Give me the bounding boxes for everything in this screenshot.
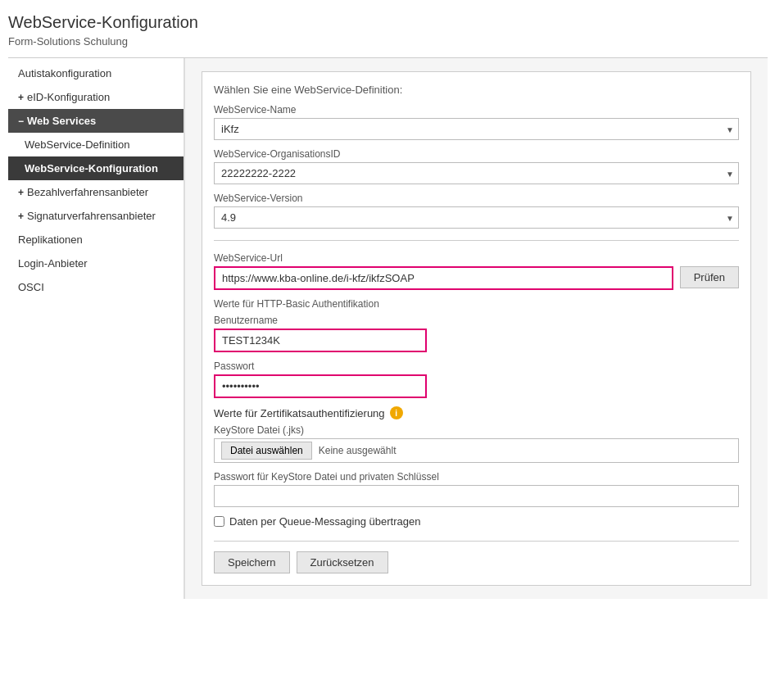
footer-buttons: Speichern Zurücksetzen bbox=[214, 541, 739, 573]
page-subtitle: Form-Solutions Schulung bbox=[8, 35, 768, 48]
content-inner: Wählen Sie eine WebService-Definition: W… bbox=[202, 71, 751, 586]
eid-expand-icon: + bbox=[18, 92, 24, 103]
url-input[interactable] bbox=[214, 266, 673, 290]
page-title: WebService-Konfiguration bbox=[8, 13, 768, 32]
webservice-orgid-select-wrapper: 22222222-2222 ▼ bbox=[214, 162, 739, 184]
webservice-name-field: WebService-Name iKfz ▼ bbox=[214, 104, 739, 140]
cert-label-row: Werte für Zertifikatsauthentifizierung i bbox=[214, 406, 739, 419]
save-button[interactable]: Speichern bbox=[214, 551, 290, 573]
mid-divider bbox=[214, 240, 739, 241]
info-icon[interactable]: i bbox=[390, 406, 403, 419]
sidebar-item-osci[interactable]: OSCI bbox=[8, 275, 184, 299]
page-wrapper: WebService-Konfiguration Form-Solutions … bbox=[0, 0, 784, 698]
sidebar-item-label: eID-Konfiguration bbox=[27, 91, 110, 103]
file-select-button[interactable]: Datei auswählen bbox=[221, 442, 312, 460]
benutzername-input[interactable] bbox=[214, 329, 427, 352]
sidebar-item-label: OSCI bbox=[18, 281, 44, 293]
sidebar-item-ws-definition[interactable]: WebService-Definition bbox=[8, 133, 184, 156]
webservice-name-select-wrapper: iKfz ▼ bbox=[214, 118, 739, 140]
sidebar-item-label: Autistakonfiguration bbox=[18, 67, 111, 79]
sidebar-item-signatur[interactable]: + Signaturverfahrensanbieter bbox=[8, 204, 184, 228]
no-file-label: Keine ausgewählt bbox=[319, 445, 397, 456]
webservice-version-select-wrapper: 4.9 ▼ bbox=[214, 206, 739, 229]
keystore-file-row: Datei auswählen Keine ausgewählt bbox=[214, 438, 739, 463]
keystore-field: KeyStore Datei (.jks) Datei auswählen Ke… bbox=[214, 424, 739, 463]
url-input-wrapper bbox=[214, 266, 673, 290]
keystore-pw-label: Passwort für KeyStore Datei und privaten… bbox=[214, 471, 739, 483]
sidebar-item-label: Replikationen bbox=[18, 233, 83, 246]
http-section: Werte für HTTP-Basic Authentifikation Be… bbox=[214, 298, 739, 398]
sidebar-item-bezahl[interactable]: + Bezahlverfahrensanbieter bbox=[8, 180, 184, 204]
queue-checkbox[interactable] bbox=[214, 516, 224, 527]
keystore-label: KeyStore Datei (.jks) bbox=[214, 424, 739, 436]
sidebar-item-label: WebService-Konfiguration bbox=[25, 162, 158, 174]
cert-section-label: Werte für Zertifikatsauthentifizierung bbox=[214, 407, 385, 419]
bezahl-expand-icon: + bbox=[18, 187, 24, 198]
url-row: Prüfen bbox=[214, 266, 739, 290]
sidebar-item-eid[interactable]: + eID-Konfiguration bbox=[8, 85, 184, 109]
content-area: Wählen Sie eine WebService-Definition: W… bbox=[184, 58, 768, 599]
queue-label[interactable]: Daten per Queue-Messaging übertragen bbox=[229, 515, 420, 528]
sidebar-item-label: Signaturverfahrensanbieter bbox=[27, 210, 156, 222]
webservice-version-select[interactable]: 4.9 bbox=[214, 206, 739, 229]
section-label: Wählen Sie eine WebService-Definition: bbox=[214, 84, 739, 96]
webservice-version-field: WebService-Version 4.9 ▼ bbox=[214, 193, 739, 229]
url-label: WebService-Url bbox=[214, 252, 739, 264]
reset-button[interactable]: Zurücksetzen bbox=[297, 551, 388, 573]
webservices-collapse-icon: − bbox=[18, 116, 24, 127]
http-fields: Benutzername Passwort bbox=[214, 315, 739, 398]
sidebar-item-label: WebService-Definition bbox=[25, 138, 129, 151]
sidebar-item-webservices[interactable]: − Web Services bbox=[8, 109, 184, 133]
webservice-name-select[interactable]: iKfz bbox=[214, 118, 739, 140]
sidebar-item-autista[interactable]: Autistakonfiguration bbox=[8, 61, 184, 85]
pruefen-button[interactable]: Prüfen bbox=[680, 266, 739, 288]
passwort-label: Passwort bbox=[214, 360, 739, 372]
benutzername-label: Benutzername bbox=[214, 315, 739, 326]
webservice-orgid-field: WebService-OrganisationsID 22222222-2222… bbox=[214, 148, 739, 184]
passwort-field: Passwort bbox=[214, 360, 739, 398]
main-layout: Autistakonfiguration + eID-Konfiguration… bbox=[8, 58, 768, 599]
benutzername-field: Benutzername bbox=[214, 315, 739, 352]
keystore-pw-input[interactable] bbox=[214, 485, 739, 507]
webservice-name-label: WebService-Name bbox=[214, 104, 739, 116]
webservice-orgid-select[interactable]: 22222222-2222 bbox=[214, 162, 739, 184]
sidebar-item-label: Login-Anbieter bbox=[18, 257, 88, 270]
sidebar-item-login[interactable]: Login-Anbieter bbox=[8, 252, 184, 275]
sidebar-item-label: Web Services bbox=[27, 115, 96, 127]
sidebar-item-replikationen[interactable]: Replikationen bbox=[8, 228, 184, 252]
sidebar: Autistakonfiguration + eID-Konfiguration… bbox=[8, 58, 184, 599]
signatur-expand-icon: + bbox=[18, 211, 24, 222]
webservice-version-label: WebService-Version bbox=[214, 193, 739, 204]
webservice-orgid-label: WebService-OrganisationsID bbox=[214, 148, 739, 160]
sidebar-item-ws-konfiguration[interactable]: WebService-Konfiguration bbox=[8, 156, 184, 180]
keystore-pw-field: Passwort für KeyStore Datei und privaten… bbox=[214, 471, 739, 507]
http-section-label: Werte für HTTP-Basic Authentifikation bbox=[214, 298, 739, 310]
url-field-group: WebService-Url Prüfen bbox=[214, 252, 739, 290]
sidebar-item-label: Bezahlverfahrensanbieter bbox=[27, 186, 148, 198]
queue-checkbox-row: Daten per Queue-Messaging übertragen bbox=[214, 515, 739, 528]
cert-section: Werte für Zertifikatsauthentifizierung i… bbox=[214, 406, 739, 507]
passwort-input[interactable] bbox=[214, 374, 427, 398]
